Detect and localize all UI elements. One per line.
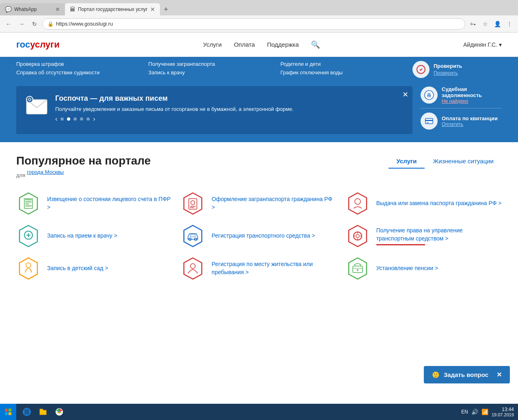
bookmark-icon[interactable]: ☆ (480, 19, 490, 29)
start-button[interactable] (0, 404, 16, 420)
banner-description: Получайте уведомления и заказные письма … (55, 106, 294, 112)
service-title-pfr: Извещение о состоянии лицевого счета в П… (47, 195, 173, 211)
provert-link[interactable]: Проверить (434, 70, 458, 76)
payment-title: Оплата по квитанции (442, 115, 498, 121)
chat-label: Задать вопрос (444, 371, 488, 378)
service-title-drivinglicense: Получение права на управление транспортн… (376, 227, 463, 242)
user-name[interactable]: Айдинян Г.С. ▾ (463, 41, 502, 48)
service-card-kindergarten[interactable]: Запись в детский сад > (16, 256, 173, 281)
section-title: Популярное на портале (16, 154, 151, 167)
tab-favicon-gosuslugi: 🏛 (70, 6, 76, 13)
taskbar-app-chrome[interactable] (52, 405, 67, 419)
pension-icon (345, 256, 370, 281)
payment-text: Оплата по квитанции Оплатить (442, 115, 498, 127)
taskbar-app-explorer[interactable] (36, 405, 50, 419)
quick-link-fines[interactable]: Проверка штрафов (16, 61, 136, 67)
taskbar: EN 🔊 📶 13:44 19.07.2019 (0, 404, 518, 420)
svg-point-39 (190, 264, 195, 268)
court-debt-text: Судебная задолженность Не найдено (442, 86, 502, 104)
svg-marker-27 (349, 225, 367, 247)
lock-icon: 🔒 (47, 21, 54, 27)
provert-label: Проверить (434, 63, 462, 69)
payment-icon-circle (421, 113, 438, 130)
nav-support[interactable]: Поддержка (267, 41, 299, 48)
dot-4[interactable] (80, 117, 83, 121)
dot-2[interactable] (67, 117, 70, 121)
svg-rect-44 (5, 409, 8, 411)
tab-close-gosuslugi[interactable]: ✕ (150, 6, 155, 13)
taskbar-app-ie[interactable] (19, 405, 34, 419)
chat-close-button[interactable]: ✕ (496, 371, 502, 379)
banner-close-button[interactable]: ✕ (402, 90, 408, 99)
service-card-car[interactable]: Регистрация транспортного средства > (181, 224, 337, 248)
city-link[interactable]: города Москвы (27, 169, 64, 175)
svg-rect-26 (190, 234, 195, 237)
service-card-pfr[interactable]: Извещение о состоянии лицевого счета в П… (16, 191, 173, 216)
tab-services[interactable]: Услуги (388, 154, 425, 169)
user-icon[interactable]: 👤 (492, 19, 503, 29)
quick-link-parents[interactable]: Родители и дети (281, 61, 400, 67)
forward-button[interactable]: → (16, 19, 27, 29)
svg-point-18 (355, 199, 360, 204)
taskbar-lang: EN (461, 409, 468, 415)
new-tab-button[interactable]: + (160, 3, 172, 15)
nav-services[interactable]: Услуги (203, 41, 222, 48)
logo-part1: гос (16, 39, 30, 50)
taskbar-network-icon: 📶 (481, 409, 488, 415)
banner-wrapper: Госпочта — для важных писем Получайте ув… (16, 82, 502, 138)
payment-link[interactable]: Оплатить (442, 121, 498, 127)
quick-link-doctor[interactable]: Запись к врачу (148, 69, 268, 76)
nav-payment[interactable]: Оплата (234, 41, 255, 48)
tab-whatsapp[interactable]: 💬 WhatsApp ✕ (0, 3, 65, 15)
svg-rect-47 (9, 412, 11, 415)
reload-button[interactable]: ↻ (29, 19, 40, 29)
quick-links-col2: Получение загранпаспорта Запись к врачу (148, 61, 268, 78)
dot-3[interactable] (73, 117, 77, 121)
taskbar-date-text: 19.07.2019 (492, 412, 514, 417)
court-debt-link[interactable]: Не найдено (442, 98, 502, 104)
key-icon[interactable]: 🗝 (468, 19, 478, 29)
quick-link-water[interactable]: График отключения воды (281, 69, 400, 76)
svg-rect-6 (427, 122, 429, 123)
svg-rect-15 (190, 206, 196, 207)
tab-gosuslugi[interactable]: 🏛 Портал государственных услуг ✕ (65, 3, 160, 15)
address-bar[interactable]: 🔒 https://www.gosuslugi.ru (42, 18, 465, 30)
service-card-foreignpassport[interactable]: Оформление загранпаспорта гражданина РФ … (181, 191, 337, 216)
service-card-pension[interactable]: Установление пенсии > (345, 256, 502, 281)
tab-life-situations[interactable]: Жизненные ситуации (425, 154, 502, 169)
service-card-registration[interactable]: Регистрация по месту жительства или преб… (181, 256, 337, 281)
pfr-icon (16, 191, 41, 216)
quick-link-passport[interactable]: Получение загранпаспорта (148, 61, 268, 67)
tab-title-whatsapp: WhatsApp (14, 6, 53, 12)
service-card-passport[interactable]: Выдача или замена паспорта гражданина РФ… (345, 191, 502, 216)
quick-links-col3: Родители и дети График отключения воды (281, 61, 400, 78)
banner-next[interactable]: › (93, 115, 95, 123)
court-debt-title: Судебная задолженность (442, 86, 502, 98)
banner-main: Госпочта — для важных писем Получайте ув… (16, 86, 412, 134)
dot-1[interactable] (60, 117, 64, 121)
passport-icon (345, 191, 370, 216)
banner-prev[interactable]: ‹ (55, 115, 57, 123)
service-payment: Оплата по квитанции Оплатить (421, 113, 502, 130)
chat-button[interactable]: 🙂 Задать вопрос ✕ (424, 366, 510, 383)
drivinglicense-icon (345, 224, 370, 248)
page-content: госуслуги Услуги Оплата Поддержка 🔍 Айди… (0, 32, 518, 404)
dot-5[interactable] (86, 117, 90, 121)
url-text: https://www.gosuslugi.ru (56, 21, 113, 27)
services-grid: Извещение о состоянии лицевого счета в П… (16, 191, 502, 281)
service-title-pension: Установление пенсии > (376, 264, 438, 273)
service-court-debt: Судебная задолженность Не найдено (421, 86, 502, 104)
service-card-doctor[interactable]: Запись на прием к врачу > (16, 224, 173, 248)
underline-decoration (376, 244, 425, 245)
tab-close-whatsapp[interactable]: ✕ (55, 6, 60, 13)
service-card-drivinglicense[interactable]: Получение права на управление транспортн… (345, 224, 502, 248)
svg-point-29 (356, 234, 359, 238)
banner-title: Госпочта — для важных писем (55, 94, 294, 103)
site-logo[interactable]: госуслуги (16, 39, 60, 50)
menu-icon[interactable]: ⋮ (504, 19, 515, 29)
quick-link-criminal[interactable]: Справка об отсутствии судимости (16, 69, 136, 76)
back-button[interactable]: ← (3, 19, 14, 29)
search-icon[interactable]: 🔍 (311, 40, 320, 49)
service-title-passport: Выдача или замена паспорта гражданина РФ… (376, 199, 502, 208)
svg-point-35 (26, 263, 31, 268)
